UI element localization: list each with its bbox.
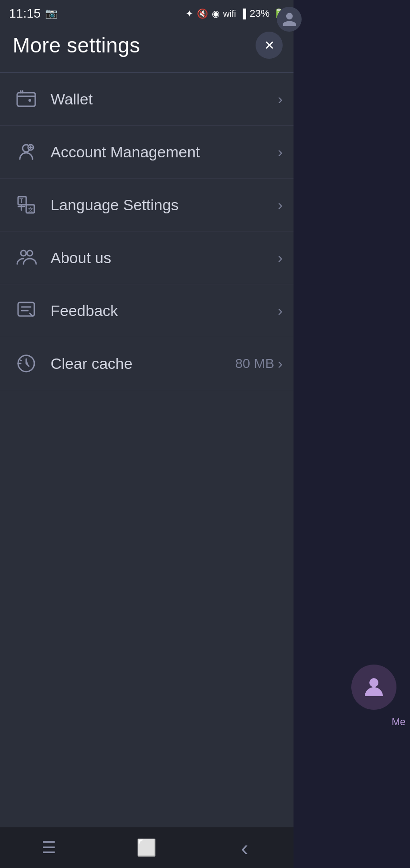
svg-point-11 xyxy=(369,678,378,687)
right-panel-avatar xyxy=(351,665,396,710)
clear-cache-icon xyxy=(13,350,40,377)
camera-icon: 📷 xyxy=(45,8,57,19)
user-avatar[interactable] xyxy=(277,7,302,32)
page-title: More settings xyxy=(13,33,140,57)
nav-menu-button[interactable]: ☰ xyxy=(31,830,67,866)
language-settings-icon: T 文 xyxy=(13,191,40,218)
signal-icon: ▐ xyxy=(240,9,246,19)
silent-icon: 🔇 xyxy=(197,8,208,19)
clear-cache-chevron: › xyxy=(278,355,283,372)
bottom-navigation: ☰ ⬜ ‹ xyxy=(0,827,294,868)
account-management-chevron: › xyxy=(278,144,283,160)
account-management-icon xyxy=(13,138,40,165)
svg-point-8 xyxy=(27,250,33,256)
svg-point-7 xyxy=(21,250,26,256)
wallet-label: Wallet xyxy=(51,90,278,108)
feedback-chevron: › xyxy=(278,302,283,319)
about-us-icon xyxy=(13,244,40,271)
clear-cache-value: 80 MB xyxy=(235,356,275,371)
svg-rect-9 xyxy=(18,302,34,316)
close-icon: ✕ xyxy=(264,38,275,53)
svg-text:文: 文 xyxy=(28,207,33,213)
svg-rect-0 xyxy=(17,93,35,106)
language-settings-chevron: › xyxy=(278,197,283,213)
menu-item-feedback[interactable]: Feedback › xyxy=(0,284,294,337)
bluetooth-icon: ✦ xyxy=(186,8,193,19)
back-icon: ‹ xyxy=(241,835,248,860)
settings-panel: 11:15 📷 ✦ 🔇 ◉ wifi ▐ 23% 🔋 More settings… xyxy=(0,0,294,868)
clear-cache-label: Clear cache xyxy=(51,355,235,373)
nav-home-button[interactable]: ⬜ xyxy=(129,830,165,866)
nav-back-button[interactable]: ‹ xyxy=(227,830,263,866)
status-icons: ✦ 🔇 ◉ wifi ▐ 23% 🔋 xyxy=(186,8,284,19)
home-icon: ⬜ xyxy=(136,838,157,857)
status-bar: 11:15 📷 ✦ 🔇 ◉ wifi ▐ 23% 🔋 xyxy=(0,0,294,27)
about-us-chevron: › xyxy=(278,250,283,266)
menu-item-wallet[interactable]: Wallet › xyxy=(0,73,294,126)
about-us-label: About us xyxy=(51,249,278,267)
status-time: 11:15 xyxy=(9,6,41,21)
location-icon: ◉ xyxy=(212,8,219,19)
menu-item-account-management[interactable]: Account Management › xyxy=(0,126,294,179)
menu-list: Wallet › Account Management › T xyxy=(0,73,294,390)
svg-text:T: T xyxy=(19,197,23,204)
wallet-icon xyxy=(13,85,40,113)
feedback-icon xyxy=(13,297,40,324)
account-management-label: Account Management xyxy=(51,143,278,161)
menu-item-about-us[interactable]: About us › xyxy=(0,231,294,284)
wifi-icon: wifi xyxy=(223,9,236,19)
close-button[interactable]: ✕ xyxy=(256,32,283,59)
menu-item-language-settings[interactable]: T 文 Language Settings › xyxy=(0,179,294,231)
wallet-chevron: › xyxy=(278,91,283,108)
feedback-label: Feedback xyxy=(51,302,278,320)
language-settings-label: Language Settings xyxy=(51,196,278,214)
menu-icon: ☰ xyxy=(42,838,56,857)
menu-item-clear-cache[interactable]: Clear cache 80 MB › xyxy=(0,337,294,390)
right-panel xyxy=(288,0,410,868)
battery-indicator: 23% xyxy=(250,8,270,19)
right-panel-me-label: Me xyxy=(391,716,405,728)
